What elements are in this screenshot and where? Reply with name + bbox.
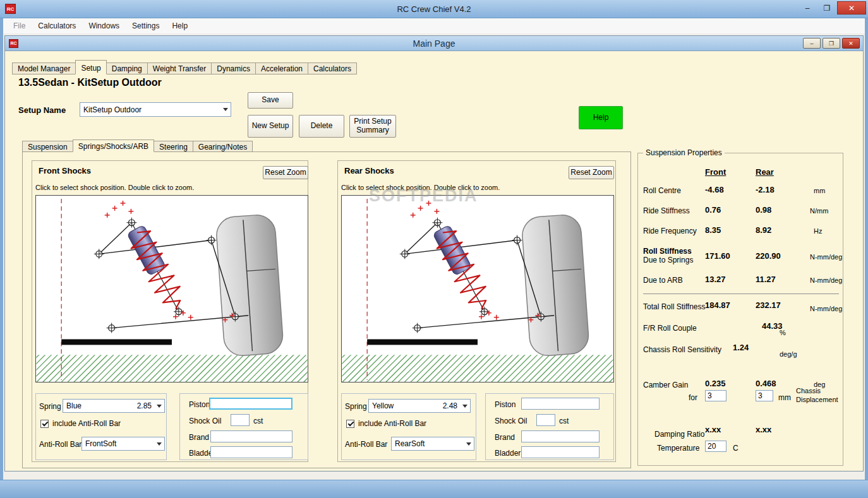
tab-model-manager[interactable]: Model Manager	[12, 62, 76, 74]
prop-due-to-springs-front: 171.60	[705, 251, 730, 261]
front-piston-label: Piston	[189, 400, 210, 409]
window-title: RC Crew Chief V4.2	[397, 4, 471, 14]
front-shock-oil-label: Shock Oil	[189, 417, 221, 425]
setup-sub-tab-strip: Suspension Springs/Shocks/ARB Steering G…	[22, 139, 252, 152]
new-setup-button[interactable]: New Setup	[248, 115, 293, 138]
tab-damping[interactable]: Damping	[106, 62, 148, 74]
prop-ride-frequency-front: 8.35	[705, 225, 721, 235]
prop-ride-frequency-label: Ride Frequency	[643, 227, 697, 235]
child-minimize-icon[interactable]: –	[803, 38, 821, 49]
rear-arb-value: RearSoft	[392, 439, 463, 448]
tab-gearing-notes[interactable]: Gearing/Notes	[193, 141, 253, 152]
front-shocks-group: Front Shocks Reset Zoom Click to select …	[32, 160, 308, 462]
prop-total-roll-stiffness-front: 184.87	[705, 300, 730, 310]
menu-calculators[interactable]: Calculators	[32, 19, 82, 33]
front-brand-label: Brand	[189, 433, 209, 442]
setup-name-select[interactable]: KitSetup Outdoor	[80, 102, 231, 117]
prop-temperature-unit: C	[733, 444, 738, 453]
close-icon[interactable]: ✕	[837, 1, 866, 15]
rear-spring-rate: 2.48	[443, 401, 459, 410]
child-close-icon[interactable]: ✕	[842, 38, 860, 49]
tab-acceleration[interactable]: Acceleration	[255, 62, 308, 74]
window-controls: – ❐ ✕	[798, 1, 866, 15]
tab-suspension[interactable]: Suspension	[22, 141, 73, 152]
main-page-title: Main Page	[413, 39, 455, 49]
tab-weight-transfer[interactable]: Weight Transfer	[147, 62, 212, 74]
prop-ride-frequency-rear: 8.92	[756, 225, 771, 235]
front-bladder-input[interactable]	[210, 446, 292, 458]
help-button[interactable]: Help	[579, 106, 623, 129]
rear-arb-select[interactable]: RearSoft	[391, 437, 474, 451]
front-include-arb-checkbox[interactable]	[40, 420, 49, 428]
prop-roll-stiffness-header: Roll Stiffness	[643, 247, 692, 256]
prop-displacement-note: Chassis Displacement	[796, 387, 844, 405]
prop-displacement-label: for	[689, 393, 697, 402]
chevron-down-icon	[154, 400, 164, 412]
rear-bladder-input[interactable]	[521, 446, 600, 458]
rear-brand-input[interactable]	[521, 430, 600, 442]
menu-file[interactable]: File	[7, 19, 32, 33]
main-page-icon-text: RC	[10, 41, 16, 45]
front-include-arb-label: include Anti-Roll Bar	[52, 419, 121, 428]
rear-shock-canvas[interactable]	[341, 195, 614, 382]
prop-camber-gain-front: 0.235	[705, 379, 726, 388]
prop-total-roll-stiffness-rear: 232.17	[756, 300, 781, 310]
rear-bladder-label: Bladder	[495, 449, 521, 458]
front-reset-zoom-button[interactable]: Reset Zoom	[263, 166, 308, 179]
menu-help[interactable]: Help	[166, 19, 194, 33]
front-shock-canvas[interactable]	[35, 195, 308, 382]
rear-include-arb-row: include Anti-Roll Bar	[346, 419, 426, 428]
menu-settings[interactable]: Settings	[126, 19, 166, 33]
minimize-icon[interactable]: –	[798, 1, 817, 15]
tab-calculators[interactable]: Calculators	[308, 62, 357, 74]
prop-ride-frequency-unit: Hz	[814, 227, 822, 235]
rear-brand-label: Brand	[495, 433, 515, 442]
rear-shock-oil-input[interactable]	[536, 414, 555, 426]
front-spring-value: Blue	[63, 401, 137, 410]
front-arb-select[interactable]: FrontSoft	[81, 437, 165, 451]
suspension-properties-panel: Suspension Properties Front Rear Roll Ce…	[637, 153, 843, 466]
tab-steering[interactable]: Steering	[154, 141, 193, 152]
rear-shocks-hint: Click to select shock position. Double c…	[341, 184, 500, 191]
prop-total-roll-stiffness-unit: N-mm/deg	[810, 305, 842, 312]
tab-dynamics[interactable]: Dynamics	[211, 62, 256, 74]
page-title: 13.5Sedan - KitSetup Outdoor	[18, 77, 162, 88]
prop-displacement-front-input[interactable]	[705, 390, 726, 401]
rear-spring-label: Spring	[345, 402, 367, 411]
titlebar: RC RC Crew Chief V4.2 – ❐ ✕	[0, 0, 868, 18]
rear-include-arb-checkbox[interactable]	[346, 420, 354, 428]
rear-reset-zoom-button[interactable]: Reset Zoom	[569, 166, 614, 179]
rear-arb-label: Anti-Roll Bar	[345, 440, 387, 449]
prop-due-to-arb-rear: 11.27	[756, 275, 776, 284]
menu-windows[interactable]: Windows	[82, 19, 126, 33]
front-shocks-title: Front Shocks	[39, 166, 91, 175]
front-shock-oil-input[interactable]	[231, 414, 250, 426]
child-maximize-icon[interactable]: ❐	[823, 38, 840, 49]
save-button[interactable]: Save	[248, 92, 293, 109]
rear-shocks-title: Rear Shocks	[344, 166, 394, 175]
print-setup-summary-button[interactable]: Print Setup Summary	[349, 115, 396, 138]
front-spring-select[interactable]: Blue 2.85	[63, 399, 165, 413]
main-page-controls: – ❐ ✕	[803, 38, 860, 49]
prop-temperature-input[interactable]	[705, 441, 726, 452]
maximize-icon[interactable]: ❐	[817, 1, 836, 15]
prop-chassis-roll-sensitivity-unit: deg/g	[780, 350, 797, 358]
prop-camber-gain-rear: 0.468	[756, 379, 776, 388]
front-brand-input[interactable]	[210, 430, 292, 442]
front-arb-value: FrontSoft	[82, 439, 154, 448]
rear-piston-label: Piston	[495, 400, 515, 409]
setup-name-label: Setup Name	[18, 105, 66, 115]
chevron-down-icon	[463, 437, 474, 450]
rear-shock-diagram	[342, 196, 613, 382]
prop-displacement-rear-input[interactable]	[756, 390, 773, 401]
prop-due-to-arb-front: 13.27	[705, 275, 726, 284]
rear-spring-select[interactable]: Yellow 2.48	[368, 399, 471, 413]
tab-springs-shocks-arb[interactable]: Springs/Shocks/ARB	[73, 139, 154, 152]
app-icon-text: RC	[7, 6, 15, 12]
chevron-down-icon	[459, 400, 470, 412]
front-piston-input[interactable]	[209, 398, 292, 410]
delete-button[interactable]: Delete	[299, 115, 344, 138]
rear-piston-input[interactable]	[521, 398, 600, 410]
front-shocks-hint: Click to select shock position. Double c…	[35, 184, 194, 191]
tab-setup[interactable]: Setup	[75, 60, 106, 74]
